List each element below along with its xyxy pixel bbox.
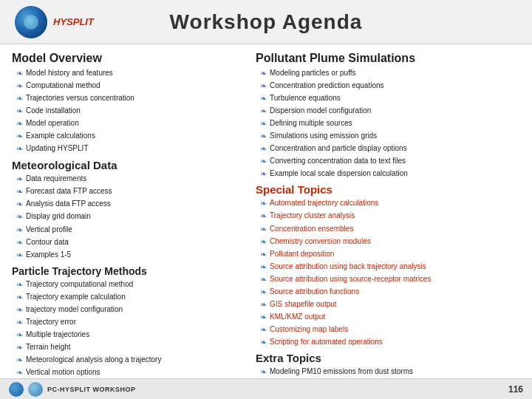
- bullet-icon: ❧: [16, 224, 23, 236]
- bullet-icon: ❧: [16, 291, 23, 304]
- list-item: ❧Display grid domain: [16, 211, 248, 223]
- bullet-icon: ❧: [16, 354, 23, 366]
- list-item: ❧Analysis data FTP access: [16, 198, 248, 211]
- list-item: ❧Concentration ensembles: [260, 223, 520, 236]
- meteorological-title: Meteorological Data: [12, 159, 248, 171]
- list-item-text: Model history and features: [26, 67, 113, 79]
- list-item-text: Trajectory cluster analysis: [270, 210, 355, 222]
- list-item-text: Trajectory error: [26, 316, 76, 328]
- list-item-text: Trajectory computational method: [26, 279, 133, 290]
- list-item-text: Source attribution using source-receptor…: [270, 273, 431, 285]
- list-item: ❧trajectory model configuration: [16, 304, 248, 316]
- bullet-icon: ❧: [260, 366, 267, 378]
- left-column: Model Overview ❧Model history and featur…: [12, 52, 248, 389]
- list-item: ❧Dispersion model configuration: [260, 105, 520, 117]
- special-topics-list: ❧Automated trajectory calculations❧Traje…: [256, 197, 520, 349]
- list-item: ❧Modeling particles or puffs: [260, 67, 520, 80]
- list-item-text: trajectory model configuration: [26, 304, 123, 316]
- list-item-text: Code installation: [26, 105, 81, 117]
- list-item-text: Simulations using emission grids: [270, 130, 377, 142]
- extra-topics-title: Extra Topics: [256, 352, 520, 364]
- list-item: ❧Trajectory cluster analysis: [260, 210, 520, 222]
- bullet-icon: ❧: [260, 143, 267, 155]
- logo-area: HYSPLIT: [15, 6, 94, 38]
- bullet-icon: ❧: [16, 304, 23, 316]
- list-item: ❧Simulations using emission grids: [260, 130, 520, 143]
- list-item: ❧Model history and features: [16, 67, 248, 80]
- list-item-text: Source attribution using back trajectory…: [270, 261, 426, 273]
- list-item: ❧Forecast data FTP access: [16, 185, 248, 198]
- list-item: ❧Code installation: [16, 105, 248, 117]
- bullet-icon: ❧: [260, 168, 267, 180]
- bullet-icon: ❧: [16, 236, 23, 249]
- list-item-text: Vertical motion options: [26, 366, 100, 378]
- bullet-icon: ❧: [16, 80, 23, 92]
- list-item-text: Scripting for automated operations: [270, 336, 383, 348]
- list-item: ❧Terrain height: [16, 341, 248, 354]
- model-overview-list: ❧Model history and features❧Computationa…: [12, 67, 248, 155]
- list-item: ❧GIS shapefile output: [260, 299, 520, 311]
- list-item-text: Source attribution functions: [270, 286, 359, 298]
- bullet-icon: ❧: [16, 67, 23, 80]
- list-item-text: Customizing map labels: [270, 324, 348, 335]
- list-item-text: Trajectories versus concentration: [26, 92, 134, 104]
- bullet-icon: ❧: [16, 117, 23, 130]
- list-item-text: Example calculations: [26, 130, 95, 142]
- hysplit-label: HYSPLIT: [53, 16, 94, 27]
- list-item: ❧Defining multiple sources: [260, 117, 520, 130]
- bullet-icon: ❧: [260, 223, 267, 236]
- list-item: ❧Data requirements: [16, 173, 248, 185]
- bullet-icon: ❧: [16, 198, 23, 211]
- list-item-text: Meteorological analysis along a trajecto…: [26, 354, 161, 366]
- bullet-icon: ❧: [260, 324, 267, 336]
- list-item: ❧Model operation: [16, 117, 248, 130]
- bullet-icon: ❧: [16, 316, 23, 329]
- bullet-icon: ❧: [260, 236, 267, 248]
- bullet-icon: ❧: [16, 185, 23, 198]
- list-item-text: Dispersion model configuration: [270, 105, 371, 117]
- model-overview-title: Model Overview: [12, 52, 248, 65]
- bullet-icon: ❧: [260, 311, 267, 324]
- list-item: ❧Computational method: [16, 80, 248, 92]
- bullet-icon: ❧: [16, 92, 23, 105]
- bullet-icon: ❧: [16, 341, 23, 354]
- bullet-icon: ❧: [260, 261, 267, 273]
- list-item: ❧Contour data: [16, 236, 248, 249]
- bullet-icon: ❧: [260, 105, 267, 117]
- bullet-icon: ❧: [260, 210, 267, 222]
- list-item-text: Updating HYSPLIT: [26, 143, 89, 154]
- list-item-text: Examples 1-5: [26, 249, 71, 261]
- list-item: ❧Example local scale dispersion calculat…: [260, 168, 520, 180]
- list-item: ❧Vertical motion options: [16, 366, 248, 379]
- list-item: ❧Example calculations: [16, 130, 248, 143]
- list-item: ❧Chemistry conversion modules: [260, 236, 520, 248]
- list-item-text: Concentration and particle display optio…: [270, 143, 407, 154]
- footer-logo-icon: [9, 382, 24, 397]
- list-item: ❧Concentration prediction equations: [260, 80, 520, 92]
- list-item: ❧Trajectories versus concentration: [16, 92, 248, 105]
- list-item-text: Defining multiple sources: [270, 117, 352, 129]
- bullet-icon: ❧: [260, 273, 267, 286]
- list-item-text: Vertical profile: [26, 224, 72, 236]
- list-item: ❧Converting concentration data to text f…: [260, 155, 520, 168]
- list-item-text: Concentration ensembles: [270, 223, 353, 235]
- list-item: ❧Updating HYSPLIT: [16, 143, 248, 155]
- list-item-text: Converting concentration data to text fi…: [270, 155, 406, 167]
- list-item-text: Computational method: [26, 80, 100, 92]
- bullet-icon: ❧: [260, 336, 267, 349]
- footer-logo-icon2: [28, 382, 43, 397]
- list-item-text: Turbulence equations: [270, 92, 341, 104]
- bullet-icon: ❧: [260, 155, 267, 168]
- bullet-icon: ❧: [16, 366, 23, 379]
- list-item-text: Automated trajectory calculations: [270, 197, 378, 209]
- list-item-text: Forecast data FTP access: [26, 185, 112, 197]
- list-item: ❧Modeling PM10 emissions from dust storm…: [260, 366, 520, 378]
- list-item-text: KML/KMZ output: [270, 311, 325, 323]
- list-item-text: Display grid domain: [26, 211, 91, 222]
- footer: PC-HYSPLIT WORKSHOP 116: [0, 378, 532, 399]
- list-item: ❧Vertical profile: [16, 224, 248, 236]
- pollutant-title: Pollutant Plume Simulations: [256, 52, 520, 65]
- pollutant-list: ❧Modeling particles or puffs❧Concentrati…: [256, 67, 520, 180]
- list-item-text: Chemistry conversion modules: [270, 236, 371, 248]
- list-item: ❧Scripting for automated operations: [260, 336, 520, 349]
